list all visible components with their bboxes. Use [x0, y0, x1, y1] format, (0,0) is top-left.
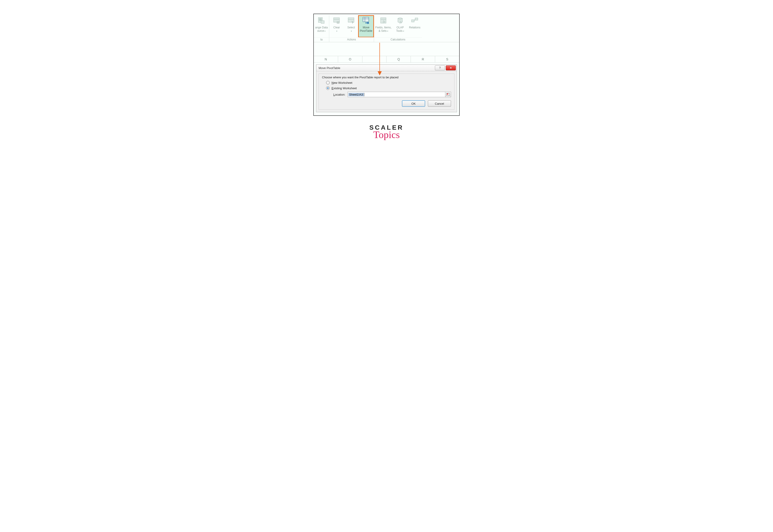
move-pivottable-button[interactable]: Move PivotTable: [358, 15, 373, 37]
move-pivottable-icon: [362, 16, 370, 25]
dialog-body: Choose where you want the PivotTable rep…: [318, 74, 455, 110]
select-button[interactable]: Select ▾: [344, 15, 358, 37]
select-icon: [347, 16, 355, 25]
ribbon-group-label: Calculations: [374, 37, 422, 42]
location-input[interactable]: Sheet1!A3: [347, 92, 445, 97]
location-value: Sheet1!A3: [348, 93, 364, 96]
ribbon: ange Data ource▾ ta Clear ▾ Select ▾: [314, 14, 459, 42]
svg-rect-9: [348, 18, 354, 22]
callout-arrow: [379, 43, 380, 73]
brand-line2: Topics: [369, 129, 404, 141]
location-row: Location: Sheet1!A3: [333, 92, 451, 97]
radio-new-worksheet[interactable]: New Worksheet: [326, 81, 451, 84]
dialog-actions: OK Cancel: [322, 100, 451, 107]
svg-rect-22: [447, 94, 448, 94]
svg-marker-8: [337, 22, 339, 23]
radio-icon: [326, 81, 330, 84]
dialog-title: Move PivotTable: [316, 66, 435, 70]
svg-rect-18: [412, 20, 414, 22]
button-label: Relations: [409, 26, 421, 29]
fields-icon: fx: [379, 16, 388, 25]
svg-rect-11: [363, 17, 369, 22]
chevron-down-icon: ▾: [336, 30, 337, 32]
brand-watermark: SCALER Topics: [369, 124, 404, 141]
ribbon-group-label: Actions: [329, 37, 373, 42]
screenshot-frame: ange Data ource▾ ta Clear ▾ Select ▾: [313, 14, 460, 116]
button-label: Fields, Items,: [375, 26, 392, 29]
relations-button[interactable]: Relations: [408, 15, 422, 37]
ribbon-group-label: ta: [314, 37, 329, 42]
ribbon-group-actions: Clear ▾ Select ▾ Move PivotTable Actions: [329, 15, 374, 42]
location-label: Location:: [333, 93, 345, 96]
button-label: Move: [362, 26, 369, 29]
olap-tools-button[interactable]: fx OLAP Tools▾: [393, 15, 408, 37]
svg-rect-2: [320, 18, 321, 19]
move-pivottable-dialog: Move PivotTable ? ✕ Choose where you wan…: [316, 64, 457, 112]
range-selector-button[interactable]: [445, 92, 451, 97]
radio-label: ew Worksheet: [333, 81, 352, 84]
cancel-button[interactable]: Cancel: [428, 100, 451, 107]
svg-rect-3: [319, 20, 320, 21]
column-header[interactable]: R: [411, 56, 435, 63]
svg-rect-19: [415, 18, 418, 20]
olap-icon: fx: [396, 16, 405, 25]
close-button[interactable]: ✕: [446, 65, 456, 70]
button-label: ange Data: [315, 26, 328, 29]
data-source-icon: [317, 16, 326, 25]
radio-label: xisting Worksheet: [333, 87, 357, 90]
chevron-down-icon: ▾: [351, 30, 352, 32]
button-label-2: & Sets: [378, 29, 386, 32]
column-header[interactable]: O: [338, 56, 362, 63]
help-button[interactable]: ?: [435, 65, 445, 70]
column-header[interactable]: Q: [386, 56, 411, 63]
column-header[interactable]: S: [435, 56, 459, 63]
button-label: Select: [347, 26, 355, 29]
ribbon-group-calculations: fx Fields, Items, & Sets▾ fx OLAP Tools▾…: [374, 15, 422, 42]
radio-icon: [326, 86, 330, 90]
button-label-2: ource: [317, 29, 324, 32]
fields-items-sets-button[interactable]: fx Fields, Items, & Sets▾: [374, 15, 393, 37]
ok-button[interactable]: OK: [402, 100, 425, 107]
dialog-group-label: Choose where you want the PivotTable rep…: [322, 76, 451, 79]
svg-rect-5: [321, 21, 324, 23]
clear-button[interactable]: Clear ▾: [329, 15, 344, 37]
chevron-down-icon: ▾: [387, 30, 388, 32]
radio-existing-worksheet[interactable]: Existing Worksheet: [326, 86, 451, 90]
column-header[interactable]: [362, 56, 387, 63]
callout-arrow-head: [377, 71, 382, 75]
svg-text:fx: fx: [400, 21, 402, 24]
column-headers: N O Q R S: [314, 56, 459, 63]
clear-icon: [332, 16, 341, 25]
dialog-titlebar: Move PivotTable ? ✕: [316, 65, 457, 71]
ribbon-group-data: ange Data ource▾ ta: [314, 15, 329, 42]
chevron-down-icon: ▾: [324, 30, 325, 32]
svg-rect-1: [319, 18, 320, 19]
button-label-2: Tools: [396, 29, 403, 32]
change-data-source-button[interactable]: ange Data ource▾: [314, 15, 329, 37]
chevron-down-icon: ▾: [403, 30, 404, 32]
button-label: OLAP: [397, 26, 404, 29]
button-label: Clear: [333, 26, 340, 29]
button-label-2: PivotTable: [360, 29, 372, 32]
relations-icon: [411, 16, 419, 25]
svg-text:fx: fx: [383, 20, 385, 23]
column-header[interactable]: N: [314, 56, 338, 63]
